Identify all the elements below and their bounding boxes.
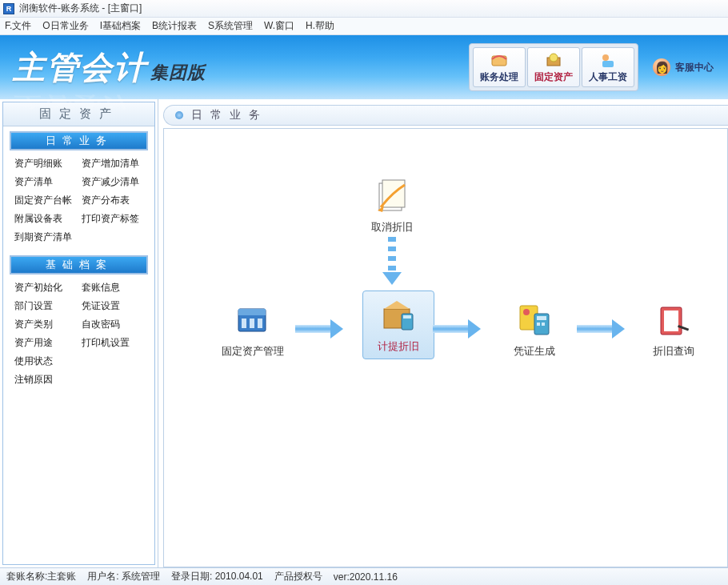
sidebar-links-base: 资产初始化 套账信息 部门设置 凭证设置 资产类别 自改密码 资产用途 打印机设… xyxy=(3,278,154,393)
window-title: 润衡软件-账务系统 - [主窗口] xyxy=(19,2,142,15)
link-asset-increase[interactable]: 资产增加清单 xyxy=(82,157,144,170)
main: 日常业务 取消折旧 固定资产管理 xyxy=(158,99,728,567)
module-btn-label: 账务处理 xyxy=(480,70,518,84)
link-asset-usage[interactable]: 资产用途 xyxy=(14,336,77,350)
flow-cancel-depreciation[interactable]: 取消折旧 xyxy=(348,177,436,234)
link-asset-detail[interactable]: 资产明细账 xyxy=(14,157,77,170)
link-cancel-reason[interactable]: 注销原因 xyxy=(14,373,77,387)
main-title-bar: 日常业务 xyxy=(158,99,728,126)
sidebar-links-daily: 资产明细账 资产增加清单 资产清单 资产减少清单 固定资产台帐 资产分布表 附属… xyxy=(3,154,154,250)
menu-window[interactable]: W.窗口 xyxy=(264,19,294,33)
flow-voucher-gen[interactable]: 凭证生成 xyxy=(490,301,578,359)
svg-rect-9 xyxy=(238,309,266,315)
service-icon: 👩 xyxy=(653,58,670,76)
title-bullet-icon xyxy=(175,111,183,119)
link-change-pwd[interactable]: 自改密码 xyxy=(82,318,144,331)
logo-sub: 集团版 xyxy=(150,61,206,85)
link-printer-setup[interactable]: 打印机设置 xyxy=(82,336,144,350)
arrow-right-icon xyxy=(577,321,625,337)
app-icon: R xyxy=(3,3,14,14)
flow-calc-depreciation[interactable]: 计提折旧 xyxy=(354,290,442,359)
svg-point-18 xyxy=(523,309,530,315)
flow-label: 折旧查询 xyxy=(653,344,694,359)
flow-label: 计提折旧 xyxy=(378,339,419,354)
service-center-link[interactable]: 👩 客服中心 xyxy=(653,58,714,76)
asset-mgmt-icon xyxy=(234,301,272,339)
flow-asset-mgmt[interactable]: 固定资产管理 xyxy=(209,301,297,359)
svg-rect-21 xyxy=(537,323,540,326)
arrow-down-icon xyxy=(384,237,400,285)
link-asset-list[interactable]: 资产清单 xyxy=(14,175,77,189)
svg-rect-24 xyxy=(664,311,678,331)
status-version: ver:2020.11.16 xyxy=(334,571,398,583)
fixed-asset-icon xyxy=(544,51,563,69)
link-usage-status[interactable]: 使用状态 xyxy=(14,355,77,368)
titlebar: R 润衡软件-账务系统 - [主窗口] xyxy=(0,0,728,18)
svg-rect-16 xyxy=(403,315,411,319)
svg-rect-12 xyxy=(258,319,262,328)
menu-report[interactable]: B统计报表 xyxy=(152,19,197,33)
link-asset-ledger[interactable]: 固定资产台帐 xyxy=(14,194,77,207)
svg-rect-20 xyxy=(537,316,546,320)
flow-canvas: 取消折旧 固定资产管理 xyxy=(163,128,728,567)
module-btn-label: 固定资产 xyxy=(534,70,573,84)
svg-rect-10 xyxy=(242,319,246,328)
link-asset-decrease[interactable]: 资产减少清单 xyxy=(82,175,144,189)
menu-daily[interactable]: O日常业务 xyxy=(42,19,88,33)
flow-dep-query[interactable]: 折旧查询 xyxy=(630,301,718,359)
hr-icon xyxy=(598,51,618,69)
status-license: 产品授权号 xyxy=(274,570,322,583)
flow-label: 取消折旧 xyxy=(371,220,413,234)
logo-main: 主管会计 xyxy=(13,46,147,90)
link-print-label[interactable]: 打印资产标签 xyxy=(82,212,144,226)
accounting-icon xyxy=(490,51,509,69)
module-btn-fixed-asset[interactable]: 固定资产 xyxy=(527,47,580,87)
service-label: 客服中心 xyxy=(675,61,714,74)
body: 固定资产 日常业务 资产明细账 资产增加清单 资产清单 资产减少清单 固定资产台… xyxy=(0,99,728,567)
arrow-right-icon xyxy=(433,321,481,337)
main-title: 日常业务 xyxy=(191,108,268,122)
flow-label: 固定资产管理 xyxy=(222,344,284,359)
dep-query-icon xyxy=(654,301,693,339)
status-account: 套账名称:主套账 xyxy=(6,570,76,583)
module-btn-accounting[interactable]: 账务处理 xyxy=(473,47,526,87)
sidebar-title: 固定资产 xyxy=(3,102,154,126)
statusbar: 套账名称:主套账 用户名: 系统管理 登录日期: 2010.04.01 产品授权… xyxy=(0,567,728,585)
link-expiring[interactable]: 到期资产清单 xyxy=(14,230,77,244)
sidebar: 固定资产 日常业务 资产明细账 资产增加清单 资产清单 资产减少清单 固定资产台… xyxy=(0,99,158,567)
link-dept-setup[interactable]: 部门设置 xyxy=(14,299,77,313)
svg-point-3 xyxy=(602,54,609,61)
link-voucher-setup[interactable]: 凭证设置 xyxy=(82,299,144,313)
module-buttons: 账务处理 固定资产 人事工资 xyxy=(469,43,638,91)
sidebar-section-daily[interactable]: 日常业务 xyxy=(10,131,148,150)
link-asset-init[interactable]: 资产初始化 xyxy=(14,281,77,295)
module-btn-hr[interactable]: 人事工资 xyxy=(582,47,634,87)
link-attachment[interactable]: 附属设备表 xyxy=(14,212,77,226)
flow-label: 凭证生成 xyxy=(514,344,555,359)
cancel-dep-icon xyxy=(373,177,411,215)
menu-system[interactable]: S系统管理 xyxy=(208,19,253,33)
menu-file[interactable]: F.文件 xyxy=(5,19,31,33)
sidebar-section-base[interactable]: 基础档案 xyxy=(10,255,148,274)
header: 主管会计 集团版 主管会计 账务处理 固定资产 人事工资 xyxy=(0,35,728,99)
logo: 主管会计 集团版 xyxy=(13,46,206,90)
menu-base[interactable]: I基础档案 xyxy=(100,19,141,33)
link-account-info[interactable]: 套账信息 xyxy=(82,281,144,295)
svg-marker-14 xyxy=(384,301,410,309)
svg-rect-22 xyxy=(542,323,545,326)
menu-help[interactable]: H.帮助 xyxy=(306,19,334,33)
svg-rect-4 xyxy=(602,61,614,67)
svg-rect-11 xyxy=(250,319,254,328)
status-user: 用户名: 系统管理 xyxy=(87,570,160,583)
link-asset-category[interactable]: 资产类别 xyxy=(14,318,77,331)
status-login-date: 登录日期: 2010.04.01 xyxy=(171,570,263,583)
svg-point-2 xyxy=(550,54,558,62)
menubar: F.文件 O日常业务 I基础档案 B统计报表 S系统管理 W.窗口 H.帮助 xyxy=(0,18,728,35)
module-btn-label: 人事工资 xyxy=(589,70,627,84)
voucher-gen-icon xyxy=(515,301,554,339)
link-asset-dist[interactable]: 资产分布表 xyxy=(82,194,144,207)
arrow-right-icon xyxy=(295,321,343,337)
calc-dep-icon xyxy=(379,296,418,335)
